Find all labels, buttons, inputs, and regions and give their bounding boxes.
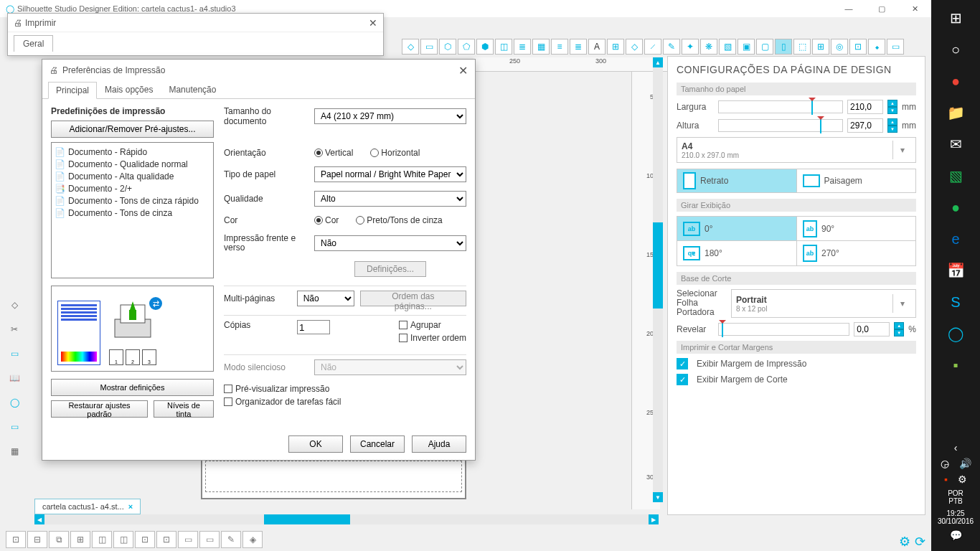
tool-icon[interactable]: 📖 xyxy=(4,367,25,389)
height-input[interactable] xyxy=(847,118,883,133)
chevron-down-icon[interactable]: ▾ xyxy=(892,141,911,159)
height-spinner[interactable]: ▲▼ xyxy=(887,118,897,133)
align-icon[interactable]: ◫ xyxy=(92,531,112,548)
radio-horizontal[interactable]: Horizontal xyxy=(370,148,420,158)
align-icon[interactable]: ⊡ xyxy=(6,531,26,548)
cortana-icon[interactable]: ○ xyxy=(941,34,971,65)
scrollbar-horizontal[interactable]: ◀ ▶ xyxy=(34,514,659,524)
tab-manutencao[interactable]: Manutenção xyxy=(161,81,224,98)
chevron-down-icon[interactable]: ▾ xyxy=(892,294,911,313)
tool-icon[interactable]: ▦ xyxy=(532,39,550,55)
preset-item[interactable]: 📄Documento - Qualidade normal xyxy=(55,158,210,170)
reveal-input[interactable] xyxy=(854,322,890,336)
orientation-portrait-button[interactable]: Retrato xyxy=(677,169,796,192)
align-icon[interactable]: ◈ xyxy=(242,531,263,548)
radio-vertical[interactable]: Vertical xyxy=(314,148,353,158)
tool-icon[interactable]: ▭ xyxy=(4,416,25,438)
width-spinner[interactable]: ▲▼ xyxy=(887,100,897,114)
close-button[interactable]: ✕ xyxy=(898,0,931,17)
tool-icon[interactable]: ⊞ xyxy=(812,39,829,55)
align-icon[interactable]: ⊡ xyxy=(135,531,155,548)
tool-icon[interactable]: ⬚ xyxy=(793,39,811,55)
scroll-up-icon[interactable]: ▲ xyxy=(653,57,663,67)
tool-icon[interactable]: ◯ xyxy=(4,392,25,413)
maximize-button[interactable]: ▢ xyxy=(865,0,898,17)
explorer-icon[interactable]: 📁 xyxy=(941,98,971,128)
align-icon[interactable]: ▭ xyxy=(199,531,220,548)
knife-icon[interactable]: ✂ xyxy=(4,319,25,340)
skype-icon[interactable]: S xyxy=(941,287,971,317)
scroll-down-icon[interactable]: ▼ xyxy=(653,492,663,502)
spotify-icon[interactable]: ● xyxy=(941,192,971,222)
tool-icon[interactable]: ▭ xyxy=(420,39,438,55)
tool-icon[interactable]: ▭ xyxy=(887,39,904,55)
rotate-0-button[interactable]: ab0° xyxy=(677,217,796,241)
reveal-spinner[interactable]: ▲▼ xyxy=(894,322,904,336)
tool-icon[interactable]: ⬥ xyxy=(868,39,885,55)
copies-input[interactable] xyxy=(297,320,330,334)
orientation-landscape-button[interactable]: Paisagem xyxy=(796,169,916,192)
tool-icon[interactable]: ❋ xyxy=(700,39,717,55)
checkbox-group[interactable]: Agrupar xyxy=(399,320,466,330)
width-input[interactable] xyxy=(847,100,883,114)
tool-icon[interactable]: ◇ xyxy=(402,39,419,55)
calendar-icon[interactable]: 📅 xyxy=(941,255,971,286)
presets-list[interactable]: 📄Documento - Rápido 📄Documento - Qualida… xyxy=(51,142,214,278)
preset-item[interactable]: 📄Documento - Tons de cinza xyxy=(55,207,210,219)
align-icon[interactable]: ▭ xyxy=(178,531,198,548)
tool-icon[interactable]: ≣ xyxy=(514,39,531,55)
tool-icon[interactable]: ▦ xyxy=(4,441,25,462)
checkbox-invert[interactable]: Inverter ordem xyxy=(399,333,466,343)
clock-time[interactable]: 19:25 xyxy=(931,509,980,517)
rotate-90-button[interactable]: ab90° xyxy=(796,217,915,241)
preset-item[interactable]: 📄Documento - Rápido xyxy=(55,146,210,158)
preset-item[interactable]: 📄Documento - Alta qualidade xyxy=(55,170,210,182)
align-icon[interactable]: ◫ xyxy=(113,531,133,548)
tool-icon[interactable]: ⊡ xyxy=(849,39,867,55)
tool-icon[interactable]: ◇ xyxy=(626,39,643,55)
chevron-left-icon[interactable]: ‹ xyxy=(954,442,958,453)
tool-icon[interactable]: ⬡ xyxy=(439,39,456,55)
cancel-button[interactable]: Cancelar xyxy=(350,435,405,453)
cutting-mat-combo[interactable]: Portrait 8 x 12 pol ▾ xyxy=(731,289,916,318)
close-icon[interactable]: × xyxy=(128,502,133,511)
align-icon[interactable]: ⊡ xyxy=(156,531,176,548)
close-icon[interactable]: ✕ xyxy=(458,64,468,77)
tool-icon[interactable]: ⬠ xyxy=(458,39,475,55)
chrome-icon[interactable]: ● xyxy=(941,66,971,96)
align-icon[interactable]: ✎ xyxy=(221,531,241,548)
scroll-left-icon[interactable]: ◀ xyxy=(34,514,44,524)
tool-icon[interactable]: ≡ xyxy=(551,39,568,55)
refresh-icon[interactable]: ⟳ xyxy=(915,534,925,550)
ok-button[interactable]: OK xyxy=(288,435,343,453)
restore-defaults-button[interactable]: Restaurar ajustes padrão xyxy=(51,400,148,418)
tray-icon[interactable]: ⚙ xyxy=(958,474,967,485)
checkbox-preview[interactable]: Pré-visualizar impressão xyxy=(224,384,466,394)
scrollbar-thumb[interactable] xyxy=(653,222,663,309)
checkbox-print-margin[interactable]: ✓ Exibir Margem de Impressão xyxy=(677,358,916,369)
mail-icon[interactable]: ✉ xyxy=(941,129,971,159)
tool-icon[interactable]: ⊞ xyxy=(607,39,624,55)
network-icon[interactable]: ◶ xyxy=(941,458,949,469)
minimize-button[interactable]: — xyxy=(832,0,865,17)
radio-grayscale[interactable]: Preto/Tons de cinza xyxy=(356,215,442,225)
multipage-select[interactable]: Não xyxy=(297,291,354,306)
tool-icon[interactable]: ◎ xyxy=(831,39,848,55)
tool-icon[interactable]: ⟋ xyxy=(644,39,661,55)
tool-icon[interactable]: ⬢ xyxy=(476,39,494,55)
quality-select[interactable]: Alto xyxy=(314,191,466,207)
text-tool-icon[interactable]: A xyxy=(588,39,606,55)
ink-levels-button[interactable]: Níveis de tinta xyxy=(154,400,214,418)
scrollbar-vertical[interactable]: ▲ ▼ xyxy=(653,57,663,502)
width-slider[interactable] xyxy=(718,100,843,113)
avira-icon[interactable]: ▪ xyxy=(944,474,948,485)
tab-general[interactable]: Geral xyxy=(14,35,53,52)
paper-type-select[interactable]: Papel normal / Bright White Paper xyxy=(314,166,466,182)
app-icon[interactable]: ▪ xyxy=(941,350,971,380)
document-tab[interactable]: cartela cactus1- a4.st... × xyxy=(34,499,141,514)
windows-start-icon[interactable]: ⊞ xyxy=(941,3,971,33)
notifications-icon[interactable]: 💬 xyxy=(950,529,962,541)
tool-icon[interactable]: ✎ xyxy=(663,39,680,55)
help-button[interactable]: Ajuda xyxy=(412,435,466,453)
tool-icon[interactable]: ▧ xyxy=(719,39,736,55)
